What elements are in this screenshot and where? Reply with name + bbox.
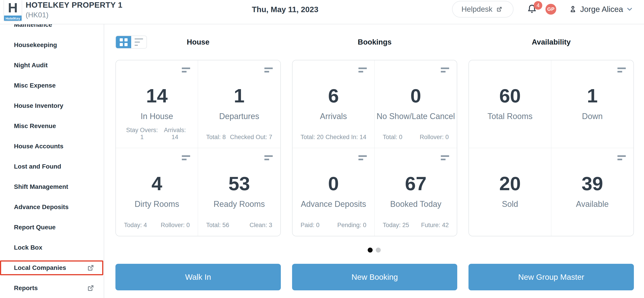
card-label: In House	[116, 112, 198, 121]
sidebar-item-label: Maintenance	[14, 24, 52, 28]
sidebar-item-label: Lost and Found	[14, 163, 61, 170]
sidebar-item-label: Lock Box	[14, 244, 42, 251]
house-cards: 14 In House Stay Overs: 1 Arrivals: 14 1…	[116, 60, 281, 236]
card-stats-icon[interactable]	[358, 155, 367, 160]
card-footer-right: Rollover: 0	[161, 222, 190, 229]
app-root: H HotelKey HOTELKEY PROPERTY 1 (HK01) Th…	[0, 0, 644, 298]
card-value: 0	[292, 173, 374, 194]
card-value: 1	[551, 86, 634, 106]
header-actions: Helpdesk 4 GP Jorge Alicea	[452, 1, 633, 18]
card-dirty-rooms[interactable]: 4 Dirty Rooms Today: 4 Rollover: 0	[116, 148, 198, 236]
top-header: H HotelKey HOTELKEY PROPERTY 1 (HK01) Th…	[0, 0, 644, 24]
card-footer-right: Checked In: 14	[326, 134, 366, 141]
helpdesk-button[interactable]: Helpdesk	[452, 1, 514, 18]
sidebar-item-housekeeping[interactable]: Housekeeping	[0, 35, 104, 55]
sidebar-item-label: Night Audit	[14, 62, 48, 69]
new-booking-button[interactable]: New Booking	[292, 264, 458, 290]
section-headers-row: House 14 In House Stay Overs: 1 Arrivals…	[104, 24, 644, 236]
sidebar-item-reports[interactable]: Reports	[0, 278, 104, 298]
card-stats-icon[interactable]	[264, 68, 273, 72]
card-ready-rooms[interactable]: 53 Ready Rooms Total: 56 Clean: 3	[198, 148, 280, 236]
card-value: 4	[116, 173, 198, 194]
notifications-button[interactable]: 4	[526, 4, 537, 15]
section-availability: Availability 60 Total Rooms 1 Down	[468, 24, 634, 236]
sidebar-item-local-companies[interactable]: Local Companies	[0, 258, 104, 278]
sidebar-item-night-audit[interactable]: Night Audit	[0, 55, 104, 76]
sidebar-item-advance-deposits[interactable]: Advance Deposits	[0, 197, 104, 217]
card-stats-icon[interactable]	[441, 155, 449, 160]
avatar[interactable]: GP	[546, 4, 556, 15]
card-in-house[interactable]: 14 In House Stay Overs: 1 Arrivals: 14	[116, 60, 198, 148]
card-stats-icon[interactable]	[182, 155, 190, 160]
helpdesk-label: Helpdesk	[462, 5, 492, 14]
card-available[interactable]: 39 Available	[551, 148, 634, 236]
card-stats-icon[interactable]	[264, 155, 273, 160]
card-footer-left: Today: 4	[124, 222, 147, 229]
walk-in-button[interactable]: Walk In	[116, 264, 281, 290]
card-advance-deposits[interactable]: 0 Advance Deposits Paid: 0 Pending: 0	[292, 148, 375, 236]
chevron-down-icon	[626, 6, 633, 12]
card-value: 53	[198, 173, 280, 194]
availability-cards: 60 Total Rooms 1 Down 20 Sold	[468, 60, 634, 236]
sidebar: Maintenance Housekeeping Night Audit Mis…	[0, 24, 104, 298]
sidebar-item-house-inventory[interactable]: House Inventory	[0, 96, 104, 116]
body: Maintenance Housekeeping Night Audit Mis…	[0, 24, 644, 298]
card-footer-left: Today: 25	[383, 222, 409, 229]
new-group-master-button[interactable]: New Group Master	[468, 264, 634, 290]
section-bookings: Bookings 6 Arrivals Total: 20 Checked In…	[292, 24, 458, 236]
card-value: 60	[469, 86, 551, 106]
card-total-rooms[interactable]: 60 Total Rooms	[469, 60, 551, 148]
carousel-dot-1[interactable]	[368, 248, 373, 252]
card-label: Down	[551, 112, 634, 121]
card-value: 6	[292, 86, 374, 106]
sidebar-item-maintenance[interactable]: Maintenance	[0, 24, 104, 35]
sidebar-item-lost-and-found[interactable]: Lost and Found	[0, 156, 104, 177]
sidebar-item-label: Advance Deposits	[14, 204, 69, 211]
card-stats-icon[interactable]	[618, 155, 626, 160]
sidebar-item-shift-management[interactable]: Shift Management	[0, 177, 104, 197]
card-stats-icon[interactable]	[182, 68, 190, 72]
card-label: Sold	[469, 200, 551, 209]
sidebar-item-label: Report Queue	[14, 224, 56, 231]
hotelkey-logo[interactable]: H HotelKey	[4, 0, 22, 21]
card-arrivals[interactable]: 6 Arrivals Total: 20 Checked In: 14	[292, 60, 375, 148]
card-label: Dirty Rooms	[116, 200, 198, 209]
card-value: 0	[375, 86, 457, 106]
sidebar-nav: Maintenance Housekeeping Night Audit Mis…	[0, 24, 104, 298]
card-footer-right: Pending: 0	[337, 222, 366, 229]
current-date: Thu, May 11, 2023	[252, 5, 318, 14]
sidebar-item-report-queue[interactable]: Report Queue	[0, 217, 104, 238]
card-footer-right: Checked Out: 7	[230, 134, 272, 141]
grid-view-icon	[120, 38, 128, 46]
sidebar-item-misc-expense[interactable]: Misc Expense	[0, 76, 104, 96]
card-departures[interactable]: 1 Departures Total: 8 Checked Out: 7	[198, 60, 280, 148]
list-view-button[interactable]	[131, 36, 146, 48]
card-label: Ready Rooms	[198, 200, 280, 209]
card-label: Booked Today	[375, 200, 457, 209]
user-name: Jorge Alicea	[580, 5, 623, 14]
carousel-dot-2[interactable]	[376, 248, 381, 252]
card-value: 39	[551, 173, 634, 194]
card-booked-today[interactable]: 67 Booked Today Today: 25 Future: 42	[375, 148, 457, 236]
dashboard-main: House 14 In House Stay Overs: 1 Arrivals…	[104, 24, 644, 298]
sidebar-item-lock-box[interactable]: Lock Box	[0, 238, 104, 258]
card-stats-icon[interactable]	[358, 68, 367, 72]
grid-view-button[interactable]	[116, 36, 131, 48]
card-sold[interactable]: 20 Sold	[469, 148, 551, 236]
card-footer-left: Total: 20	[300, 134, 324, 141]
card-value: 1	[198, 86, 280, 106]
card-footer-right: Future: 42	[421, 222, 449, 229]
card-no-show-late-cancel[interactable]: 0 No Show/Late Cancel Total: 0 Rollover:…	[375, 60, 457, 148]
card-down[interactable]: 1 Down	[551, 60, 634, 148]
card-stats-icon[interactable]	[618, 68, 626, 72]
property-name: HOTELKEY PROPERTY 1	[26, 0, 122, 10]
sidebar-item-misc-revenue[interactable]: Misc Revenue	[0, 116, 104, 136]
section-title-availability: Availability	[532, 38, 571, 46]
card-stats-icon[interactable]	[441, 68, 449, 72]
sidebar-item-house-accounts[interactable]: House Accounts	[0, 136, 104, 156]
card-footer-left: Paid: 0	[300, 222, 320, 229]
section-title-house: House	[187, 38, 210, 46]
view-toggle	[116, 36, 147, 48]
card-footer-right: Arrivals: 14	[160, 127, 190, 141]
user-menu[interactable]: Jorge Alicea	[569, 5, 633, 14]
